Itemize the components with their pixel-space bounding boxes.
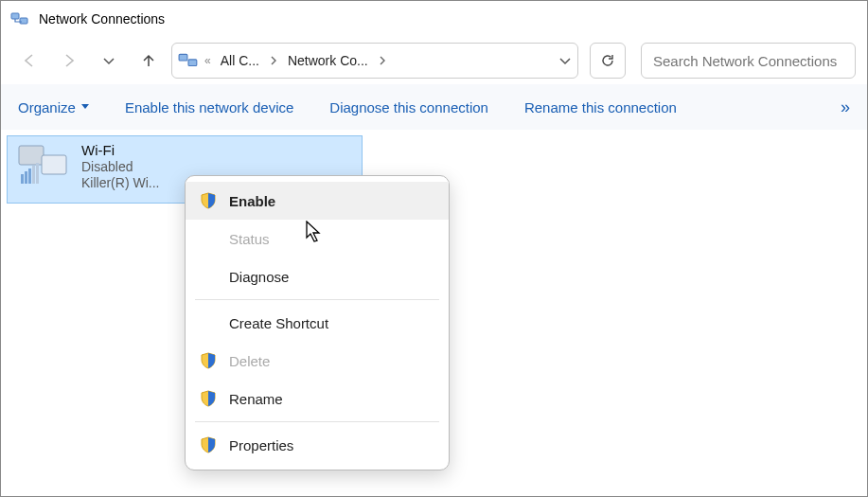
chevron-right-icon[interactable]: [267, 56, 280, 65]
ctx-rename[interactable]: Rename: [186, 380, 449, 417]
svg-rect-2: [179, 54, 187, 61]
recent-dropdown[interactable]: [92, 44, 126, 78]
adapter-text: Wi-Fi Disabled Killer(R) Wi...: [81, 142, 159, 197]
svg-rect-7: [25, 171, 27, 184]
window-title: Network Connections: [39, 11, 165, 27]
enable-device-button[interactable]: Enable this network device: [125, 99, 293, 115]
ctx-enable-label: Enable: [229, 193, 275, 209]
ctx-status: Status: [186, 220, 449, 257]
shield-icon: [199, 351, 218, 370]
titlebar: Network Connections: [1, 1, 867, 37]
navbar: « All C... Network Co...: [1, 37, 867, 84]
address-icon: [178, 50, 199, 71]
command-bar: Organize Enable this network device Diag…: [1, 84, 867, 130]
back-button[interactable]: [12, 44, 46, 78]
search-input[interactable]: [641, 43, 856, 79]
organize-label: Organize: [18, 99, 76, 115]
address-dropdown-icon[interactable]: [558, 54, 572, 67]
address-bar[interactable]: « All C... Network Co...: [171, 43, 578, 79]
ctx-diagnose-label: Diagnose: [229, 269, 289, 285]
ctx-status-label: Status: [229, 231, 270, 247]
ctx-rename-label: Rename: [229, 391, 283, 407]
adapter-device: Killer(R) Wi...: [81, 175, 159, 190]
separator: [195, 421, 439, 422]
ctx-diagnose[interactable]: Diagnose: [186, 257, 449, 295]
ctx-properties-label: Properties: [229, 437, 293, 453]
svg-rect-4: [19, 146, 44, 165]
svg-rect-6: [21, 174, 24, 184]
network-connections-icon: [10, 9, 29, 28]
organize-menu[interactable]: Organize: [18, 99, 89, 115]
svg-rect-3: [188, 60, 197, 66]
breadcrumb-current[interactable]: Network Co...: [284, 53, 372, 68]
ctx-create-shortcut-label: Create Shortcut: [229, 315, 328, 331]
chevron-down-icon: [81, 103, 89, 111]
ctx-properties[interactable]: Properties: [186, 426, 449, 464]
ctx-delete: Delete: [186, 342, 449, 380]
svg-rect-0: [11, 13, 19, 19]
adapter-icon: [15, 142, 72, 191]
shield-icon: [199, 435, 218, 454]
shield-icon: [199, 389, 218, 408]
ctx-delete-label: Delete: [229, 353, 270, 369]
breadcrumb-parent[interactable]: All C...: [217, 53, 263, 68]
toolbar-overflow[interactable]: »: [841, 98, 850, 117]
ctx-enable[interactable]: Enable: [186, 182, 449, 220]
separator: [195, 299, 439, 300]
svg-rect-9: [32, 166, 35, 184]
up-button[interactable]: [132, 44, 166, 78]
refresh-button[interactable]: [590, 43, 626, 79]
adapter-status: Disabled: [81, 159, 159, 174]
adapter-name: Wi-Fi: [81, 142, 159, 158]
ctx-create-shortcut[interactable]: Create Shortcut: [186, 304, 449, 342]
svg-rect-8: [28, 169, 31, 184]
content-area: Wi-Fi Disabled Killer(R) Wi... Enable St…: [1, 130, 867, 496]
rename-button[interactable]: Rename this connection: [524, 99, 677, 115]
forward-button[interactable]: [52, 44, 86, 78]
svg-rect-5: [42, 155, 66, 174]
svg-rect-10: [36, 163, 39, 184]
shield-icon: [199, 191, 218, 210]
chevron-right-icon[interactable]: [376, 56, 389, 65]
chevron-left-icon: «: [203, 54, 213, 67]
diagnose-button[interactable]: Diagnose this connection: [329, 99, 488, 115]
svg-rect-1: [20, 18, 27, 24]
context-menu: Enable Status Diagnose Create Shortcut D…: [185, 175, 450, 470]
